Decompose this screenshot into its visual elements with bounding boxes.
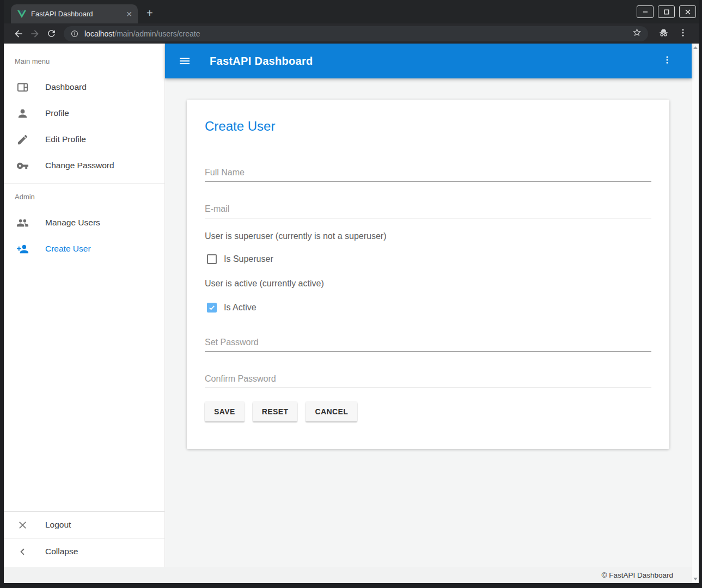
browser-titlebar: FastAPI Dashboard ✕ + (4, 0, 699, 23)
reset-button[interactable]: RESET (253, 402, 298, 421)
confirm-password-field[interactable]: Confirm Password (205, 373, 651, 388)
tab-close-icon[interactable]: ✕ (126, 10, 132, 18)
sidebar-item-dashboard[interactable]: Dashboard (4, 74, 164, 100)
people-icon (16, 217, 29, 229)
address-bar[interactable]: localhost/main/admin/users/create (64, 26, 648, 41)
back-icon[interactable] (10, 26, 27, 42)
person-icon (16, 107, 29, 120)
sidebar-item-logout[interactable]: Logout (4, 512, 164, 538)
is-active-row: Is Active (207, 303, 651, 313)
close-window-button[interactable] (679, 5, 696, 18)
sidebar-section-main-menu: Main menu (4, 57, 164, 66)
confirm-password-label: Confirm Password (205, 373, 651, 384)
create-user-card: Create User Full Name E-mail User is sup… (187, 100, 669, 449)
main-area: FastAPI Dashboard Create User Full Name (165, 44, 692, 567)
footer-text: © FastAPI Dashboard (601, 571, 673, 579)
sidebar-item-change-password[interactable]: Change Password (4, 152, 164, 179)
full-name-field[interactable]: Full Name (205, 167, 651, 182)
sidebar-item-create-user[interactable]: Create User (4, 236, 164, 262)
browser-toolbar: localhost/main/admin/users/create (4, 23, 699, 44)
tab-title: FastAPI Dashboard (31, 10, 121, 18)
page-scrollbar[interactable] (692, 44, 699, 583)
sidebar-item-collapse[interactable]: Collapse (4, 538, 164, 565)
key-icon (16, 160, 29, 172)
cancel-button[interactable]: CANCEL (306, 402, 357, 421)
minimize-button[interactable] (637, 5, 654, 18)
save-button[interactable]: SAVE (205, 402, 245, 421)
bookmark-star-icon[interactable] (632, 28, 642, 39)
url-text: localhost/main/admin/users/create (84, 29, 200, 38)
sidebar-item-edit-profile[interactable]: Edit Profile (4, 126, 164, 152)
sidebar-divider (4, 183, 164, 183)
scroll-up-icon[interactable] (693, 46, 698, 49)
browser-tab[interactable]: FastAPI Dashboard ✕ (11, 4, 138, 23)
app-bar: FastAPI Dashboard (165, 44, 692, 78)
set-password-field[interactable]: Set Password (205, 337, 651, 352)
vue-logo-icon (17, 10, 26, 18)
page-title: Create User (205, 118, 651, 134)
appbar-title: FastAPI Dashboard (210, 55, 313, 68)
reload-icon[interactable] (43, 26, 59, 42)
sidebar-item-manage-users[interactable]: Manage Users (4, 210, 164, 236)
active-hint: User is active (currently active) (205, 278, 651, 289)
close-icon (16, 519, 29, 531)
email-label: E-mail (205, 204, 651, 215)
browser-menu-icon[interactable] (678, 28, 688, 40)
new-tab-button[interactable]: + (146, 8, 153, 19)
is-superuser-checkbox[interactable] (207, 254, 217, 264)
check-icon (208, 304, 216, 311)
web-page: Main menu Dashboard Profile Edit Profile (4, 44, 699, 583)
set-password-label: Set Password (205, 337, 651, 348)
email-field[interactable]: E-mail (205, 204, 651, 218)
pencil-icon (16, 133, 29, 146)
sidebar-item-profile[interactable]: Profile (4, 100, 164, 126)
person-add-icon (16, 243, 29, 255)
is-superuser-label: Is Superuser (224, 254, 273, 264)
is-active-checkbox[interactable] (207, 303, 217, 313)
superuser-hint: User is superuser (currently is not a su… (205, 231, 651, 241)
incognito-icon (658, 27, 669, 40)
sidebar-section-admin: Admin (4, 193, 164, 201)
info-icon[interactable] (70, 29, 79, 38)
sidebar: Main menu Dashboard Profile Edit Profile (4, 44, 165, 567)
browser-window: FastAPI Dashboard ✕ + (0, 0, 702, 588)
chevron-left-icon (16, 546, 29, 558)
content-area: Create User Full Name E-mail User is sup… (165, 78, 692, 567)
maximize-button[interactable] (658, 5, 675, 18)
hamburger-menu-icon[interactable] (178, 54, 191, 68)
page-footer: © FastAPI Dashboard (4, 567, 692, 583)
full-name-label: Full Name (205, 167, 651, 178)
scroll-down-icon[interactable] (693, 578, 698, 580)
is-active-label: Is Active (224, 303, 257, 313)
appbar-overflow-icon[interactable] (662, 55, 672, 67)
is-superuser-row: Is Superuser (207, 254, 651, 264)
forward-icon[interactable] (27, 26, 43, 42)
dashboard-icon (16, 81, 29, 94)
